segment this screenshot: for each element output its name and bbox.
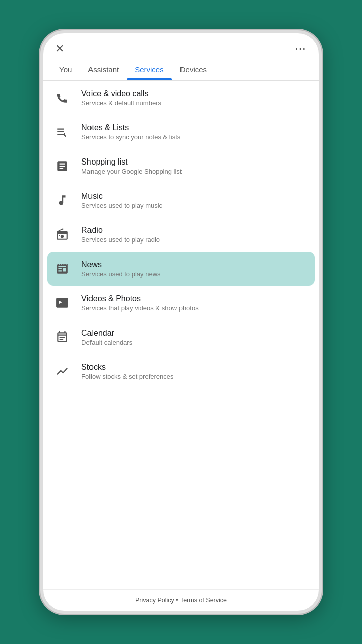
news-subtitle: Services used to play news <box>81 270 161 278</box>
close-icon[interactable]: ✕ <box>55 43 64 54</box>
more-icon[interactable]: ⋯ <box>295 42 307 55</box>
stocks-subtitle: Follow stocks & set preferences <box>81 373 174 380</box>
phone-frame: ✕ ⋯ You Assistant Services Devices Voice… <box>40 30 322 614</box>
shopping-title: Shopping list <box>81 157 182 167</box>
notes-icon <box>53 123 71 141</box>
tab-devices[interactable]: Devices <box>172 59 215 80</box>
tab-services[interactable]: Services <box>127 59 172 80</box>
footer: Privacy Policy • Terms of Service <box>43 589 319 611</box>
phone-icon <box>53 89 71 107</box>
list-item-music[interactable]: Music Services used to play music <box>47 183 315 217</box>
list-item-notes[interactable]: Notes & Lists Services to sync your note… <box>47 115 315 149</box>
privacy-policy-link[interactable]: Privacy Policy <box>135 597 174 604</box>
videos-subtitle: Services that play videos & show photos <box>81 304 199 312</box>
calendar-subtitle: Default calendars <box>81 339 132 346</box>
list-item-news[interactable]: News Services used to play news <box>47 252 315 286</box>
content-area: Voice & video calls Services & default n… <box>43 80 319 589</box>
news-title: News <box>81 260 161 269</box>
shopping-text: Shopping list Manage your Google Shoppin… <box>81 157 182 175</box>
radio-title: Radio <box>81 226 160 235</box>
music-title: Music <box>81 192 162 201</box>
shopping-icon <box>53 157 71 175</box>
radio-icon <box>53 225 71 244</box>
top-bar: ✕ ⋯ <box>43 33 319 59</box>
stocks-text: Stocks Follow stocks & set preferences <box>81 363 174 380</box>
calendar-text: Calendar Default calendars <box>81 329 132 346</box>
radio-text: Radio Services used to play radio <box>81 226 160 244</box>
stocks-icon <box>53 362 71 380</box>
notes-subtitle: Services to sync your notes & lists <box>81 133 180 141</box>
tab-assistant[interactable]: Assistant <box>80 59 127 80</box>
list-item-stocks[interactable]: Stocks Follow stocks & set preferences <box>47 354 315 388</box>
footer-dot: • <box>176 597 180 604</box>
list-item-videos[interactable]: Videos & Photos Services that play video… <box>47 286 315 320</box>
video-icon <box>53 294 71 312</box>
tabs-row: You Assistant Services Devices <box>43 59 319 80</box>
list-item-calendar[interactable]: Calendar Default calendars <box>47 320 315 354</box>
music-icon <box>53 191 71 209</box>
terms-of-service-link[interactable]: Terms of Service <box>180 597 227 604</box>
tab-you[interactable]: You <box>51 59 80 80</box>
music-text: Music Services used to play music <box>81 192 162 209</box>
list-item-radio[interactable]: Radio Services used to play radio <box>47 217 315 252</box>
shopping-subtitle: Manage your Google Shopping list <box>81 168 182 175</box>
calendar-icon <box>53 328 71 346</box>
news-icon <box>53 260 71 278</box>
videos-text: Videos & Photos Services that play video… <box>81 294 199 312</box>
calendar-title: Calendar <box>81 329 132 338</box>
voice-video-title: Voice & video calls <box>81 89 161 98</box>
radio-subtitle: Services used to play radio <box>81 236 160 244</box>
stocks-title: Stocks <box>81 363 174 372</box>
music-subtitle: Services used to play music <box>81 202 162 209</box>
voice-video-text: Voice & video calls Services & default n… <box>81 89 161 107</box>
list-item-voice-video[interactable]: Voice & video calls Services & default n… <box>47 80 315 115</box>
notes-title: Notes & Lists <box>81 123 180 132</box>
voice-video-subtitle: Services & default numbers <box>81 99 161 107</box>
videos-title: Videos & Photos <box>81 294 199 303</box>
list-item-shopping[interactable]: Shopping list Manage your Google Shoppin… <box>47 149 315 183</box>
news-text: News Services used to play news <box>81 260 161 278</box>
notes-text: Notes & Lists Services to sync your note… <box>81 123 180 141</box>
